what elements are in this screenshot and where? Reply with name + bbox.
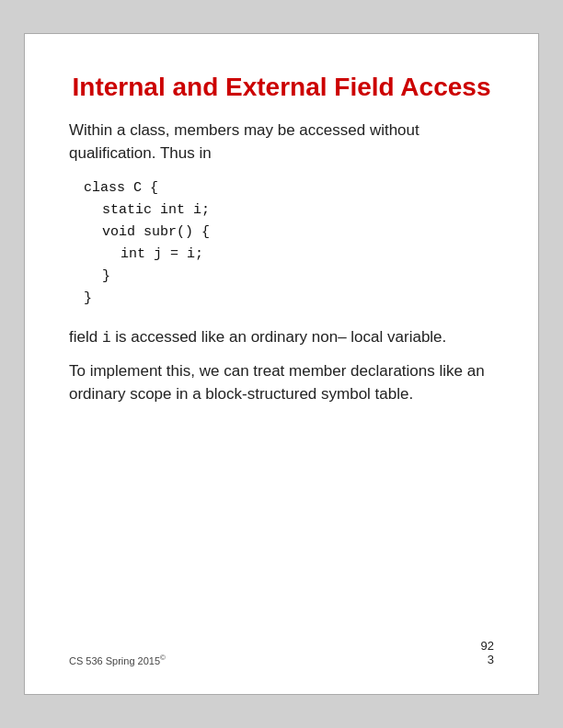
code-block: class C { static int i; void subr() { in… [84,177,494,310]
slide-footer: CS 536 Spring 2015© 92 3 [69,639,494,666]
page-number-top: 92 [481,639,494,653]
slide: Internal and External Field Access Withi… [24,33,539,695]
code-line-6: } [84,288,494,310]
slide-body: Within a class, members may be accessed … [69,119,494,630]
implement-text: To implement this, we can treat member d… [69,360,494,405]
copyright-symbol: © [160,654,166,662]
code-line-1: class C { [84,177,494,199]
code-line-2: static int i; [84,199,494,222]
code-line-4: int j = i; [84,244,494,266]
field-code-i: i [102,330,111,347]
page-number-bottom: 3 [488,653,494,666]
field-text: field i is accessed like an ordinary non… [69,326,494,349]
slide-title: Internal and External Field Access [69,71,494,103]
footer-course: CS 536 Spring 2015© [69,654,166,666]
footer-page: 92 3 [481,639,494,666]
code-line-5: } [84,266,494,288]
intro-text: Within a class, members may be accessed … [69,119,494,165]
code-line-3: void subr() { [84,222,494,244]
footer-course-text: CS 536 Spring 2015 [69,655,160,666]
